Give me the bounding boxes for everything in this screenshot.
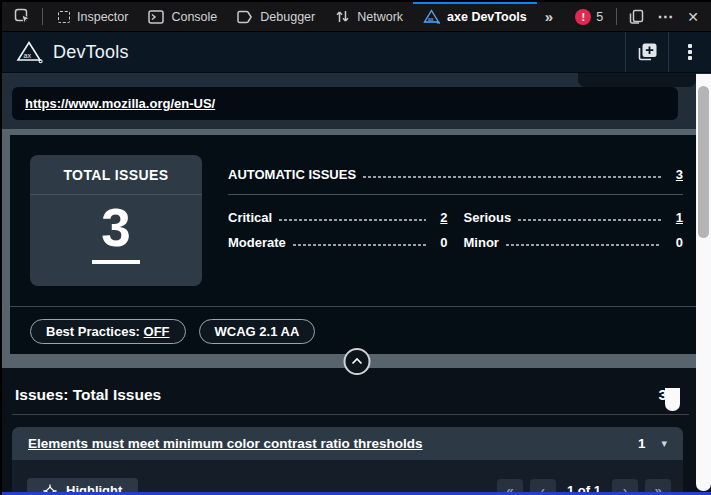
inspector-icon	[58, 11, 70, 23]
critical-count-link[interactable]: 2	[432, 210, 448, 225]
partially-scrolled-element	[578, 73, 696, 87]
tab-label: Inspector	[77, 10, 128, 24]
issues-heading: Issues: Total Issues	[15, 386, 161, 404]
inner-scrollbar-thumb[interactable]	[665, 388, 680, 411]
scrollbar-track[interactable]	[696, 74, 711, 491]
severity-label: Critical	[228, 210, 272, 225]
summary-stats-row: TOTAL ISSUES 3 AUTOMATIC ISSUES 3 Critic…	[30, 155, 683, 286]
devtools-window: Inspector Console Debugger Network	[0, 0, 711, 495]
automatic-issues-label: AUTOMATIC ISSUES	[228, 167, 356, 182]
issue-accordion-item: Elements must meet minimum color contras…	[12, 427, 683, 495]
split-console-icon	[628, 9, 644, 25]
serious-count-link[interactable]: 1	[667, 210, 683, 225]
collapse-summary-button[interactable]	[343, 348, 370, 375]
axe-header: ax DevTools	[2, 32, 711, 73]
dotted-leader	[278, 218, 425, 222]
severity-label: Moderate	[228, 235, 286, 250]
element-picker-icon	[14, 8, 31, 25]
tab-overflow-button[interactable]: »	[537, 8, 561, 25]
summary-band: TOTAL ISSUES 3 AUTOMATIC ISSUES 3 Critic…	[2, 129, 711, 368]
axe-header-actions	[625, 32, 711, 72]
tabbar-separator	[616, 8, 617, 25]
scrollbar-thumb[interactable]	[698, 86, 709, 238]
tab-debugger[interactable]: Debugger	[227, 2, 325, 31]
severity-grid: Critical 2 Serious 1 Moderate 0	[228, 210, 683, 250]
scanned-url-link[interactable]: https://www.mozilla.org/en-US/	[25, 96, 215, 111]
dotted-leader	[362, 175, 661, 179]
scanned-url-card: https://www.mozilla.org/en-US/	[12, 87, 678, 120]
devtools-menu-button[interactable]: ⋯	[650, 7, 681, 26]
severity-label: Minor	[464, 235, 499, 250]
error-count[interactable]: 5	[596, 10, 603, 24]
tab-label: Debugger	[260, 10, 315, 24]
automatic-issues-count-link[interactable]: 3	[667, 167, 683, 182]
network-icon	[335, 9, 350, 24]
close-devtools-button[interactable]: ✕	[681, 9, 707, 25]
tab-label: Console	[171, 10, 217, 24]
wcag-standard-pill[interactable]: WCAG 2.1 AA	[199, 319, 316, 344]
automatic-issues-row: AUTOMATIC ISSUES 3	[228, 167, 683, 182]
issue-instance-count: 1	[638, 436, 646, 451]
split-console-button[interactable]	[622, 2, 650, 31]
best-practices-toggle[interactable]: Best Practices: OFF	[30, 319, 186, 344]
new-window-plus-icon	[635, 40, 659, 64]
severity-row-minor: Minor 0	[464, 235, 684, 250]
moderate-count: 0	[432, 235, 448, 250]
url-section: https://www.mozilla.org/en-US/	[2, 73, 711, 129]
tab-network[interactable]: Network	[325, 2, 413, 31]
svg-text:ax: ax	[428, 16, 434, 22]
tab-label: Network	[357, 10, 403, 24]
open-new-window-button[interactable]	[626, 32, 668, 72]
kebab-menu-icon	[688, 44, 692, 60]
debugger-icon	[237, 10, 253, 24]
issue-detail-toolbar: Highlight « ‹ 1 of 1 › »	[12, 460, 683, 495]
best-practices-state: OFF	[144, 324, 170, 339]
wcag-standard-label: WCAG 2.1 AA	[215, 324, 300, 339]
tabbar-separator	[42, 8, 43, 25]
issues-divider	[12, 414, 689, 415]
best-practices-label: Best Practices:	[46, 324, 144, 339]
issues-section: Issues: Total Issues 3 Elements must mee…	[2, 368, 711, 495]
dotted-leader	[517, 218, 661, 222]
axe-tab-icon: ax	[423, 9, 440, 24]
axe-panel-title: DevTools	[53, 42, 129, 63]
dotted-leader	[292, 243, 426, 247]
tab-axe-devtools[interactable]: ax axe DevTools	[413, 2, 537, 31]
tab-label: axe DevTools	[447, 10, 527, 24]
scan-options-row: Best Practices: OFF WCAG 2.1 AA	[30, 319, 315, 344]
chevron-down-icon[interactable]: ▾	[661, 437, 667, 450]
dotted-leader	[505, 243, 661, 247]
element-picker-button[interactable]	[8, 2, 37, 31]
chevron-up-icon	[350, 357, 363, 366]
devtools-tabbar: Inspector Console Debugger Network	[2, 2, 711, 32]
severity-label: Serious	[464, 210, 512, 225]
severity-row-serious: Serious 1	[464, 210, 684, 225]
total-card-divider	[30, 194, 202, 195]
total-issues-value-link[interactable]: 3	[92, 196, 139, 264]
total-issues-card: TOTAL ISSUES 3	[30, 155, 202, 286]
issue-breakdown: AUTOMATIC ISSUES 3 Critical 2 Serious	[228, 155, 683, 286]
axe-options-menu-button[interactable]	[669, 32, 711, 72]
tab-inspector[interactable]: Inspector	[48, 2, 138, 31]
breakdown-divider	[228, 194, 683, 195]
issue-rule-link[interactable]: Elements must meet minimum color contras…	[28, 436, 423, 451]
tab-console[interactable]: Console	[138, 2, 227, 31]
summary-panel: TOTAL ISSUES 3 AUTOMATIC ISSUES 3 Critic…	[10, 135, 703, 354]
axe-logo-icon: ax	[16, 40, 43, 64]
severity-row-moderate: Moderate 0	[228, 235, 448, 250]
error-badge-icon[interactable]: !	[575, 9, 591, 25]
issue-accordion-header[interactable]: Elements must meet minimum color contras…	[12, 427, 683, 460]
summary-panel-divider	[10, 306, 703, 307]
severity-row-critical: Critical 2	[228, 210, 448, 225]
svg-text:ax: ax	[24, 52, 32, 59]
minor-count: 0	[667, 235, 683, 250]
total-issues-label: TOTAL ISSUES	[30, 155, 202, 194]
console-icon	[148, 10, 164, 24]
